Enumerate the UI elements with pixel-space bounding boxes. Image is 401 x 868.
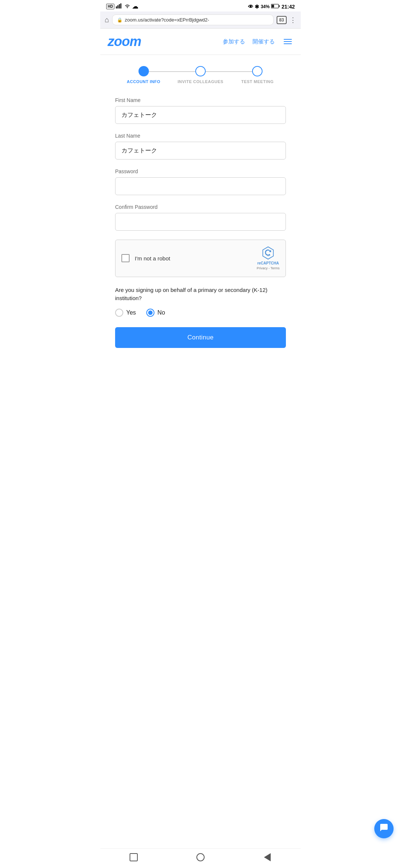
svg-rect-7 (271, 4, 274, 7)
first-name-label: First Name (115, 97, 286, 103)
bluetooth-icon: ✱ (255, 4, 259, 10)
k12-radio-group: Yes No (115, 309, 286, 317)
last-name-input[interactable] (115, 142, 286, 160)
status-left: HD ☁ (106, 3, 138, 10)
status-right: 👁 ✱ 34% 21:42 (248, 4, 295, 10)
svg-rect-0 (116, 6, 117, 9)
lock-icon: 🔒 (117, 17, 123, 23)
password-group: Password (115, 168, 286, 195)
step-test-meeting[interactable]: TEST MEETING (229, 66, 286, 84)
browser-bar: ⌂ 🔒 zoom.us/activate?code=xEPrrBjdgwd2- … (100, 11, 301, 29)
k12-question: Are you signing up on behalf of a primar… (115, 286, 286, 303)
recaptcha-checkbox[interactable] (121, 254, 130, 262)
confirm-password-input[interactable] (115, 213, 286, 231)
url-text: zoom.us/activate?code=xEPrrBjdgwd2- (125, 17, 209, 23)
step-account-info[interactable]: ACCOUNT INFO (115, 66, 172, 84)
nav-recent-button[interactable] (263, 852, 272, 862)
zoom-logo[interactable]: zoom (108, 34, 141, 49)
radio-no-label: No (157, 309, 165, 316)
bottom-nav (100, 848, 301, 868)
browser-menu-icon[interactable]: ⋮ (290, 16, 296, 24)
nav-back-button[interactable] (129, 852, 138, 862)
nav-triangle-icon (264, 853, 271, 861)
step-1-circle (138, 66, 149, 76)
radio-no-circle (146, 309, 154, 317)
nav-circle-icon (196, 853, 205, 861)
zoom-header: zoom 参加する 開催する (100, 29, 301, 55)
recaptcha-logo: reCAPTCHA Privacy - Terms (257, 246, 280, 271)
radio-yes-label: Yes (126, 309, 136, 316)
join-link[interactable]: 参加する (223, 38, 245, 45)
password-label: Password (115, 168, 286, 174)
svg-point-4 (127, 7, 128, 8)
svg-rect-1 (117, 5, 118, 9)
hamburger-line-3 (284, 43, 292, 44)
confirm-password-group: Confirm Password (115, 204, 286, 231)
status-bar: HD ☁ 👁 ✱ 34% 21:42 (100, 0, 301, 11)
eye-icon: 👁 (248, 4, 253, 10)
battery-icon (271, 4, 280, 10)
hd-badge: HD (106, 4, 114, 9)
page-content: ACCOUNT INFO INVITE COLLEAGUES TEST MEET… (100, 55, 301, 378)
nav-square-icon (130, 853, 138, 861)
svg-rect-3 (120, 3, 121, 9)
first-name-input[interactable] (115, 106, 286, 124)
recaptcha-brand: reCAPTCHA Privacy - Terms (257, 261, 280, 271)
radio-no-option[interactable]: No (146, 309, 165, 317)
url-bar[interactable]: 🔒 zoom.us/activate?code=xEPrrBjdgwd2- (112, 14, 274, 25)
time-display: 21:42 (281, 4, 295, 10)
step-3-circle (252, 66, 263, 76)
confirm-password-label: Confirm Password (115, 204, 286, 210)
radio-yes-option[interactable]: Yes (115, 309, 136, 317)
step-1-label: ACCOUNT INFO (127, 79, 160, 84)
step-2-circle (195, 66, 206, 76)
tab-count-badge[interactable]: 83 (277, 16, 287, 24)
battery-text: 34% (261, 4, 270, 9)
svg-rect-2 (119, 4, 120, 9)
step-invite-colleagues[interactable]: INVITE COLLEAGUES (172, 66, 229, 84)
zoom-nav: 参加する 開催する (223, 37, 293, 46)
host-link[interactable]: 開催する (252, 38, 275, 45)
steps-indicator: ACCOUNT INFO INVITE COLLEAGUES TEST MEET… (115, 66, 286, 84)
step-2-label: INVITE COLLEAGUES (177, 79, 223, 84)
password-input[interactable] (115, 177, 286, 195)
cloud-icon: ☁ (132, 3, 138, 10)
recaptcha-text: I'm not a robot (135, 255, 170, 262)
last-name-group: Last Name (115, 133, 286, 160)
continue-button[interactable]: Continue (115, 327, 286, 348)
first-name-group: First Name (115, 97, 286, 124)
hamburger-menu[interactable] (282, 37, 293, 46)
nav-home-button[interactable] (196, 852, 205, 862)
last-name-label: Last Name (115, 133, 286, 139)
radio-yes-circle (115, 309, 123, 317)
hamburger-line-2 (284, 41, 292, 42)
step-3-label: TEST MEETING (241, 79, 274, 84)
recaptcha-left: I'm not a robot (121, 254, 170, 262)
home-icon[interactable]: ⌂ (105, 16, 109, 24)
recaptcha-widget[interactable]: I'm not a robot reCAPTCHA Privacy - Term… (115, 240, 286, 277)
signal-icon (116, 3, 123, 10)
svg-rect-6 (279, 5, 280, 7)
hamburger-line-1 (284, 39, 292, 40)
wifi-icon (124, 3, 131, 10)
